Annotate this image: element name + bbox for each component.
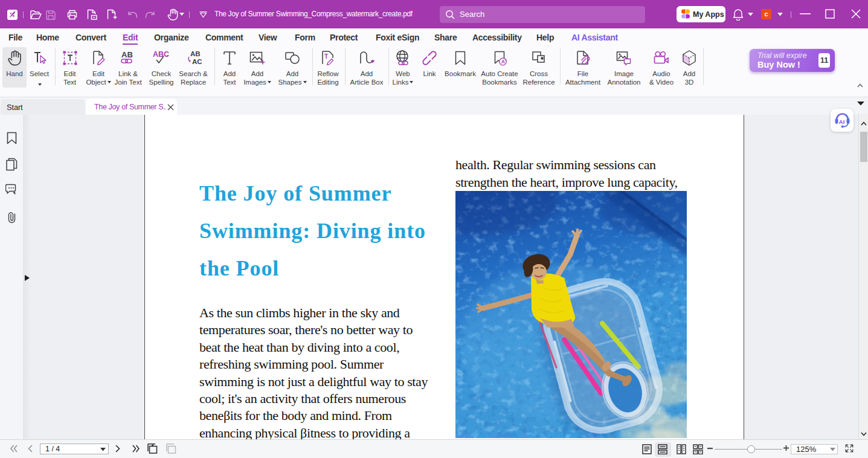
svg-text:AB: AB <box>121 50 133 59</box>
svg-text:AC: AC <box>192 58 202 65</box>
svg-text:ABC: ABC <box>153 50 169 59</box>
svg-text:AI: AI <box>839 118 845 125</box>
svg-text:AB: AB <box>190 50 201 57</box>
svg-text:T: T <box>324 53 328 60</box>
svg-text:A: A <box>501 59 505 65</box>
